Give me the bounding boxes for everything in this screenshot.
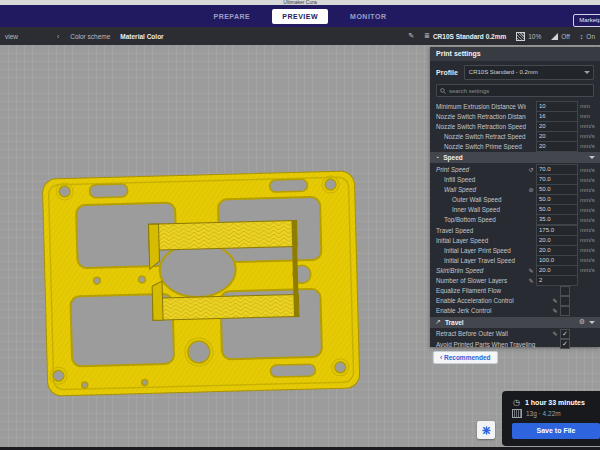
marketplace-button[interactable]: Marketplace — [573, 14, 600, 27]
setting-row[interactable]: Minimum Extrusion Distance Window10mm — [430, 101, 600, 111]
setting-label: Initial Layer Speed — [436, 237, 526, 244]
chevron-down-icon[interactable] — [589, 156, 595, 162]
setting-checkbox[interactable]: ✓ — [560, 329, 570, 339]
tab-preview[interactable]: PREVIEW — [272, 9, 328, 24]
setting-unit: mm/s — [578, 227, 600, 233]
save-to-file-button[interactable]: Save to File — [512, 423, 600, 439]
support-icon — [551, 33, 558, 40]
model-preview[interactable] — [30, 160, 370, 400]
setting-row[interactable]: Initial Layer Speed20.0mm/s — [430, 235, 600, 245]
view-mode-label[interactable]: view — [5, 33, 18, 40]
setting-row[interactable]: Initial Layer Print Speed20.0mm/s — [430, 245, 600, 255]
pencil-icon: ✎ — [526, 277, 536, 284]
profile-select[interactable]: CR10S Standard - 0.2mm — [464, 65, 594, 80]
pencil-icon: ✎ — [550, 330, 560, 337]
material-estimate: 13g · 4.22m — [526, 410, 561, 417]
pencil-icon: ✎ — [526, 267, 536, 274]
section-label: Speed — [443, 154, 585, 161]
chevron-down-icon[interactable] — [589, 321, 595, 327]
setting-row[interactable]: Top/Bottom Speed35.0mm/s — [430, 215, 600, 225]
main-navbar: PREPARE PREVIEW MONITOR Marketplace — [0, 5, 600, 27]
setting-row[interactable]: Print Speed↺70.0mm/s — [430, 164, 600, 174]
setting-label: Number of Slower Layers — [436, 277, 526, 284]
setting-checkbox[interactable] — [560, 306, 570, 316]
setting-label: Wall Speed — [436, 186, 526, 193]
layers-icon: ≣ — [424, 32, 430, 40]
setting-row[interactable]: Wall Speed⊘50.0mm/s — [430, 185, 600, 195]
setting-checkbox[interactable] — [560, 286, 570, 296]
setting-unit: mm/s — [578, 257, 600, 263]
setting-unit: mm/s — [578, 217, 600, 223]
setting-row[interactable]: Enable Jerk Control✎ — [430, 306, 600, 316]
setting-row[interactable]: Enable Acceleration Control✎ — [430, 296, 600, 306]
setting-unit: mm/s — [578, 123, 600, 129]
setting-unit: mm/s — [578, 167, 600, 173]
setting-row[interactable]: Infill Speed70.0mm/s — [430, 175, 600, 185]
travel-icon: ↗ — [435, 318, 441, 326]
setting-label: Avoid Printed Parts When Traveling — [436, 341, 550, 348]
setting-row[interactable]: Travel Speed175.0mm/s — [430, 225, 600, 235]
support-setting-button[interactable]: Off — [551, 33, 570, 40]
setting-row[interactable]: Nozzle Switch Prime Speed20mm/s — [430, 141, 600, 151]
setting-unit: mm — [578, 103, 600, 109]
setting-row[interactable]: Initial Layer Travel Speed100.0mm/s — [430, 255, 600, 265]
setting-value-input[interactable]: 2 — [536, 275, 578, 286]
setting-unit: mm/s — [578, 133, 600, 139]
settings-section-speed[interactable]: ◔Speed — [430, 152, 600, 163]
speed-icon: ◔ — [435, 154, 439, 161]
recommended-button[interactable]: ‹ Recommended — [433, 351, 498, 364]
preview-toolbar: view ‹ Color scheme Material Color ✎ ≣ C… — [0, 27, 600, 45]
setting-unit: mm/s — [578, 187, 600, 193]
settings-section-travel[interactable]: ↗Travel⚙ — [430, 317, 600, 328]
setting-label: Outer Wall Speed — [436, 196, 526, 203]
adhesion-setting-button[interactable]: ↕ On — [580, 33, 595, 40]
search-icon — [440, 88, 446, 94]
infill-setting-button[interactable]: 10% — [516, 32, 541, 41]
gear-icon[interactable]: ⚙ — [579, 318, 585, 326]
blue-asterisk-icon — [482, 426, 491, 435]
tab-monitor[interactable]: MONITOR — [340, 9, 396, 24]
search-settings-box[interactable] — [436, 84, 594, 97]
settings-rows: Minimum Extrusion Distance Window10mmNoz… — [430, 101, 600, 349]
setting-checkbox[interactable]: ✓ — [560, 339, 570, 349]
setting-row[interactable]: Skirt/Brim Speed✎20.0mm/s — [430, 265, 600, 275]
setting-label: Enable Jerk Control — [436, 307, 550, 314]
print-time-estimate: 1 hour 33 minutes — [525, 399, 585, 406]
setting-row[interactable]: Outer Wall Speed50.0mm/s — [430, 195, 600, 205]
setting-label: Infill Speed — [436, 176, 526, 183]
setting-label: Initial Layer Print Speed — [436, 247, 526, 254]
color-scheme-select[interactable]: Material Color — [120, 33, 163, 40]
setting-row[interactable]: Number of Slower Layers✎2 — [430, 276, 600, 286]
setting-label: Nozzle Switch Retraction Distance — [436, 113, 526, 120]
collapse-chevron-icon[interactable]: ‹ — [57, 33, 59, 40]
setting-unit: mm/s — [578, 197, 600, 203]
pencil-icon[interactable]: ✎ — [408, 32, 414, 40]
setting-unit: mm/s — [578, 177, 600, 183]
setting-checkbox[interactable] — [560, 296, 570, 306]
setting-unit: mm — [578, 113, 600, 119]
setting-unit: mm/s — [578, 247, 600, 253]
setting-unit: mm/s — [578, 143, 600, 149]
setting-label: Skirt/Brim Speed — [436, 267, 526, 274]
floating-badge-button[interactable] — [477, 421, 495, 439]
setting-row[interactable]: Inner Wall Speed50.0mm/s — [430, 205, 600, 215]
color-scheme-label: Color scheme — [70, 33, 110, 40]
search-settings-input[interactable] — [449, 88, 590, 94]
setting-unit: mm/s — [578, 267, 600, 273]
setting-row[interactable]: Avoid Printed Parts When Traveling✓ — [430, 339, 600, 349]
setting-unit: mm/s — [578, 207, 600, 213]
tab-prepare[interactable]: PREPARE — [203, 9, 260, 24]
setting-row[interactable]: Retract Before Outer Wall✎✓ — [430, 329, 600, 339]
setting-row[interactable]: Nozzle Switch Retract Speed20mm/s — [430, 131, 600, 141]
setting-row[interactable]: Nozzle Switch Retraction Speed20mm/s — [430, 121, 600, 131]
output-panel: ◷ 1 hour 33 minutes 13g · 4.22m Save to … — [502, 391, 600, 446]
setting-label: Print Speed — [436, 166, 526, 173]
print-settings-header[interactable]: Print settings — [430, 47, 600, 61]
printer-profile-button[interactable]: ≣ CR10S Standard 0.2mm — [424, 32, 506, 40]
setting-row[interactable]: Equalize Filament Flow — [430, 286, 600, 296]
setting-value-input[interactable]: 20 — [536, 141, 578, 152]
setting-label: Nozzle Switch Retract Speed — [436, 133, 526, 140]
setting-row[interactable]: Nozzle Switch Retraction Distance16mm — [430, 111, 600, 121]
info-icon: ⊘ — [526, 186, 536, 193]
model-plate — [42, 171, 360, 396]
